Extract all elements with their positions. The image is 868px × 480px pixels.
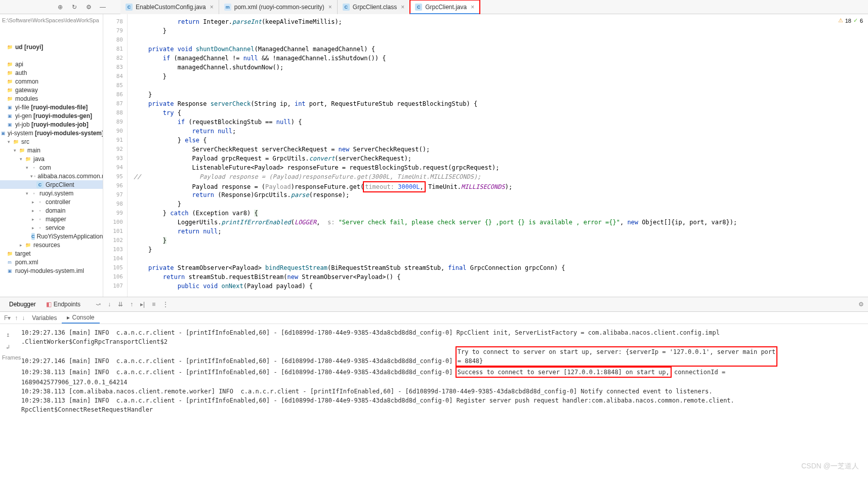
editor-tab[interactable]: CGrpcClient.class× — [338, 0, 410, 14]
evaluate-icon[interactable]: ≡ — [152, 301, 155, 308]
expand-icon[interactable]: ▾ — [12, 148, 17, 153]
line-number[interactable]: 82 — [103, 54, 127, 63]
expand-icon[interactable]: ▾ — [18, 156, 23, 162]
variables-subtab[interactable]: Variables — [27, 312, 62, 324]
line-number[interactable]: 101 — [103, 227, 127, 236]
line-number[interactable]: 106 — [103, 272, 127, 282]
close-icon[interactable]: × — [401, 4, 404, 11]
line-number[interactable]: 103 — [103, 245, 127, 254]
close-icon[interactable]: × — [471, 4, 474, 11]
soft-wrap-icon[interactable]: ↲ — [6, 342, 21, 351]
gear-icon[interactable]: ⚙ — [84, 3, 93, 12]
step-out-icon[interactable]: ↑ — [130, 301, 133, 308]
tree-row[interactable]: 📁target — [0, 249, 103, 258]
scroll-top-icon[interactable]: ↥ — [6, 330, 21, 339]
code-line[interactable]: private StreamObserver<Payload> bindRequ… — [134, 263, 868, 272]
code-line[interactable]: } — [134, 26, 868, 35]
tree-row[interactable]: ▣yi-file [ruoyi-modules-file] — [0, 103, 103, 111]
tree-row[interactable]: ▾📁src — [0, 137, 103, 146]
step-over-icon[interactable]: ⤻ — [96, 301, 101, 308]
line-number[interactable]: 81 — [103, 45, 127, 54]
code-line[interactable]: ListenableFuture<Payload> responseFuture… — [134, 163, 868, 172]
code-line[interactable]: } — [134, 236, 868, 245]
project-tree[interactable]: 📁ud [ruoyi]📁api📁auth📁common📁gateway📁modu… — [0, 14, 103, 297]
code-line[interactable]: LoggerUtils.printIfErrorEnabled(LOGGER, … — [134, 218, 868, 227]
debugger-settings-icon[interactable]: ⚙ — [858, 301, 864, 308]
code-line[interactable]: } catch (Exception var8) { — [134, 209, 868, 218]
code-line[interactable]: managedChannel.shutdownNow(); — [134, 63, 868, 72]
code-line[interactable]: try { — [134, 108, 868, 117]
debugger-tab[interactable]: Debugger — [4, 297, 41, 311]
refresh-icon[interactable]: ↻ — [70, 3, 79, 12]
check-icon[interactable]: ✓ — [853, 17, 858, 24]
tree-row[interactable]: 📁modules — [0, 94, 103, 103]
code-line[interactable]: if (requestBlockingStub == null) { — [134, 117, 868, 127]
tree-row[interactable]: 📁auth — [0, 68, 103, 77]
code-line[interactable]: // Payload response = (Payload)responseF… — [134, 172, 868, 181]
line-number[interactable]: 104 — [103, 254, 127, 263]
tree-row[interactable]: ▾▫alibaba.nacos.common.remo — [0, 172, 103, 180]
code-line[interactable]: } else { — [134, 136, 868, 145]
tree-row[interactable]: ▣yi-system [ruoyi-modules-system] — [0, 129, 103, 137]
tree-row[interactable]: ▣ruoyi-modules-system.iml — [0, 266, 103, 275]
tree-row[interactable]: 📁gateway — [0, 86, 103, 94]
close-icon[interactable]: × — [210, 4, 214, 11]
tree-row[interactable]: 📁api — [0, 60, 103, 68]
line-number[interactable]: 95 — [103, 172, 127, 181]
tree-row[interactable]: 📁common — [0, 77, 103, 86]
line-number[interactable]: 83 — [103, 63, 127, 72]
tree-row[interactable]: ▾▫com — [0, 163, 103, 172]
tree-row[interactable]: ▸▫controller — [0, 197, 103, 206]
console-subtab[interactable]: ▸ Console — [62, 312, 99, 324]
code-line[interactable]: } — [134, 90, 868, 99]
expand-icon[interactable]: ▾ — [6, 139, 11, 144]
tree-row[interactable]: CRuoYiSystemApplication — [0, 232, 103, 241]
code-line[interactable] — [134, 254, 868, 263]
expand-icon[interactable]: ▸ — [30, 217, 35, 222]
code-line[interactable]: return null; — [134, 127, 868, 136]
tree-row[interactable] — [0, 51, 103, 60]
code-line[interactable]: private Response serverCheck(String ip, … — [134, 99, 868, 108]
line-number[interactable]: 90 — [103, 127, 127, 136]
line-number[interactable]: 86 — [103, 90, 127, 99]
line-number[interactable]: 89 — [103, 117, 127, 127]
expand-icon[interactable]: ▾ — [24, 191, 29, 196]
prev-frame-icon[interactable]: ↑ — [13, 312, 20, 324]
line-number[interactable]: 107 — [103, 282, 127, 291]
line-number[interactable]: 84 — [103, 72, 127, 81]
warning-icon[interactable]: ⚠ — [838, 17, 843, 24]
line-number[interactable]: 79 — [103, 26, 127, 35]
frames-dropdown[interactable]: F ▾ — [2, 312, 13, 324]
line-number[interactable]: 78 — [103, 17, 127, 26]
step-into-icon[interactable]: ↓ — [108, 301, 111, 308]
line-number[interactable]: 87 — [103, 99, 127, 108]
console-output[interactable]: ↥ ↲ 10:29:27.136 [main] INFO c.a.n.c.r.c… — [0, 324, 868, 418]
line-number[interactable]: 97 — [103, 190, 127, 199]
code-editor[interactable]: 7879808182838485868788899091929394959697… — [103, 14, 868, 297]
expand-icon[interactable]: ▸ — [30, 199, 35, 205]
code-line[interactable]: return Integer.parseInt(keepAliveTimeMil… — [134, 17, 868, 26]
tree-row[interactable]: ▣yi-gen [ruoyi-modules-gen] — [0, 111, 103, 120]
editor-tab[interactable]: CEnableCustomConfig.java× — [120, 0, 219, 14]
line-number[interactable]: 102 — [103, 236, 127, 245]
code-line[interactable]: return null; — [134, 227, 868, 236]
line-number[interactable]: 88 — [103, 108, 127, 117]
code-line[interactable]: Payload grpcRequest = GrpcUtils.convert(… — [134, 154, 868, 163]
code-line[interactable]: if (managedChannel != null && !managedCh… — [134, 54, 868, 63]
line-number[interactable]: 91 — [103, 136, 127, 145]
line-number[interactable]: 105 — [103, 263, 127, 272]
close-icon[interactable]: × — [328, 4, 332, 11]
tree-row[interactable]: ▣yi-job [ruoyi-modules-job] — [0, 120, 103, 129]
code-line[interactable]: } — [134, 72, 868, 81]
expand-icon[interactable]: ▸ — [30, 225, 35, 230]
tree-row[interactable]: ▸📁resources — [0, 241, 103, 249]
code-line[interactable]: return (Response)GrpcUtils.parse(respons… — [134, 190, 868, 199]
run-to-cursor-icon[interactable]: ▸| — [140, 301, 145, 308]
code-line[interactable]: } — [134, 199, 868, 209]
code-line[interactable]: } — [134, 245, 868, 254]
code-line[interactable]: private void shuntDownChannel(ManagedCha… — [134, 45, 868, 54]
locate-icon[interactable]: ⊕ — [56, 3, 65, 12]
line-number[interactable]: 96 — [103, 181, 127, 190]
code-line[interactable]: Payload response = (Payload)responseFutu… — [134, 181, 868, 190]
code-line[interactable]: return streamStub.requestBiStream(new St… — [134, 272, 868, 282]
